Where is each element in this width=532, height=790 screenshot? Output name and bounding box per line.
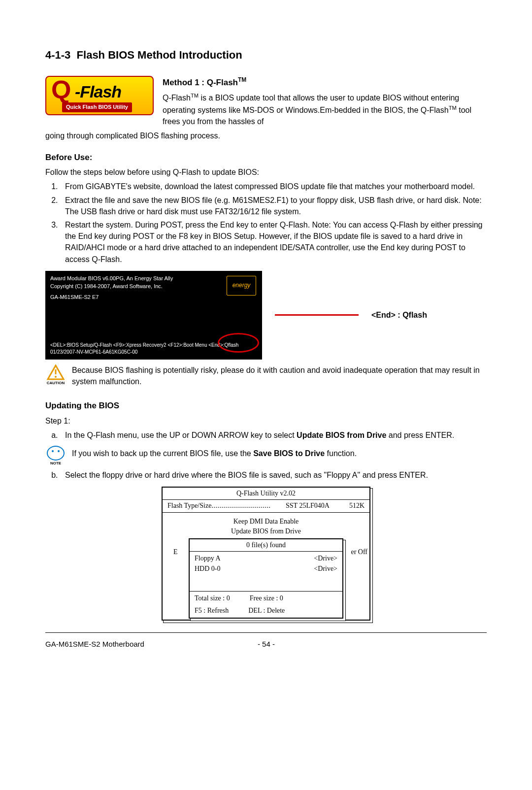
- method1-para2: going through complicated BIOS flashing …: [45, 130, 487, 141]
- section-title: 4-1-3 Flash BIOS Method Introduction: [45, 47, 487, 63]
- drive-row[interactable]: Floppy A<Drive>: [195, 554, 337, 563]
- method1-para1: Q-FlashTM is a BIOS update tool that all…: [163, 92, 487, 127]
- end-callout: <End> : Qflash: [371, 309, 427, 321]
- qutil-flash-info: Flash Type/Size.........................…: [163, 500, 369, 512]
- end-highlight-circle: [218, 333, 259, 353]
- before-use-intro: Follow the steps below before using Q-Fl…: [45, 166, 487, 178]
- qutil-del: DEL : Delete: [248, 606, 285, 616]
- qutil-free: Free size : 0: [250, 593, 283, 603]
- callout-line: [275, 314, 359, 316]
- qutil-keep-dmi: Keep DMI Data Enable: [167, 517, 365, 527]
- qutil-popup-title: 0 file(s) found: [190, 539, 342, 552]
- qutil-total: Total size : 0: [195, 593, 230, 603]
- qflash-utility-window: Q-Flash Utility v2.02 Flash Type/Size...…: [162, 487, 370, 621]
- qflash-logo: Q -Flash Quick Flash BIOS Utility: [45, 76, 154, 115]
- qutil-f5: F5 : Refresh: [195, 606, 229, 616]
- method1-heading: Method 1 : Q-FlashTM: [163, 76, 487, 89]
- updating-head: Updating the BIOS: [45, 400, 487, 412]
- step-item: From GIGABYTE's website, download the la…: [60, 181, 487, 192]
- note-text: If you wish to back up the current BIOS …: [72, 448, 487, 459]
- caution-text: Because BIOS flashing is potentially ris…: [72, 364, 487, 387]
- before-use-steps: From GIGABYTE's website, download the la…: [45, 181, 487, 264]
- before-use-head: Before Use:: [45, 152, 487, 164]
- qutil-update-option[interactable]: Update BIOS from Drive: [167, 527, 365, 536]
- footer-divider: [45, 632, 487, 633]
- drive-row[interactable]: HDD 0-0<Drive>: [195, 564, 337, 574]
- footer-page: - 54 -: [144, 639, 388, 650]
- step-a: In the Q-Flash menu, use the UP or DOWN …: [60, 429, 487, 441]
- caution-icon: CAUTION: [45, 364, 66, 386]
- qutil-title: Q-Flash Utility v2.02: [163, 488, 369, 500]
- step-b: Select the floppy drive or hard drive wh…: [60, 469, 487, 481]
- svg-point-2: [55, 376, 57, 378]
- post-screenshot: Award Modular BIOS v6.00PG, An Energy St…: [45, 271, 262, 360]
- note-icon: NOTE: [45, 446, 66, 466]
- step-item: Extract the file and save the new BIOS f…: [60, 195, 487, 217]
- step-item: Restart the system. During POST, press t…: [60, 219, 487, 265]
- step1-label: Step 1:: [45, 415, 487, 427]
- energy-star-icon: energy: [227, 276, 256, 296]
- qutil-drive-popup: 0 file(s) found Floppy A<Drive> HDD 0-0<…: [189, 538, 343, 619]
- footer-model: GA-M61SME-S2 Motherboard: [45, 639, 144, 650]
